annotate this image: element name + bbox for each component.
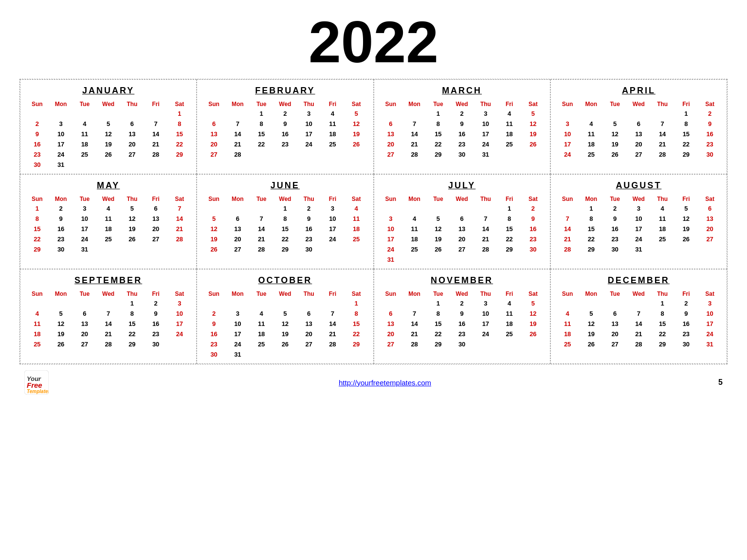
day-cell: 17 — [474, 129, 498, 139]
day-cell: 16 — [698, 129, 722, 139]
svg-text:Templates: Templates — [27, 389, 49, 394]
day-cell: 29 — [497, 244, 521, 254]
day-cell: 4 — [345, 203, 368, 214]
day-cell: 4 — [96, 203, 120, 214]
day-cell: 21 — [226, 139, 250, 149]
month-cell-october: OCTOBERSunMonTueWedThuFriSat123456789101… — [197, 269, 373, 364]
day-cell: 29 — [120, 339, 144, 349]
day-cell — [603, 298, 627, 308]
day-cell: 20 — [379, 329, 403, 339]
day-cell — [474, 203, 498, 214]
day-cell: 24 — [698, 329, 722, 339]
day-cell: 22 — [25, 234, 49, 244]
day-cell: 29 — [25, 244, 49, 254]
day-cell: 8 — [497, 214, 521, 224]
day-cell: 21 — [144, 139, 168, 149]
day-cell — [345, 244, 368, 254]
day-cell: 1 — [25, 203, 49, 214]
day-cell: 8 — [345, 308, 368, 319]
day-cell: 7 — [168, 203, 192, 214]
month-table: SunMonTueWedThuFriSat1234567891011121314… — [202, 100, 368, 160]
day-cell: 11 — [497, 308, 521, 319]
day-cell — [144, 108, 168, 119]
month-cell-june: JUNESunMonTueWedThuFriSat123456789101112… — [197, 174, 373, 269]
day-cell: 20 — [202, 139, 226, 149]
day-cell: 24 — [168, 329, 192, 339]
day-cell — [580, 298, 603, 308]
day-cell — [120, 160, 144, 170]
day-cell: 16 — [521, 224, 545, 234]
day-header-sun: Sun — [202, 195, 226, 203]
day-cell: 11 — [96, 214, 120, 224]
day-cell: 19 — [521, 129, 545, 139]
day-cell: 21 — [556, 234, 580, 244]
day-cell: 10 — [73, 214, 97, 224]
day-cell: 20 — [698, 224, 722, 234]
day-cell — [168, 244, 192, 254]
month-cell-january: JANUARYSunMonTueWedThuFriSat123456789101… — [20, 79, 197, 174]
day-header-sat: Sat — [698, 289, 722, 298]
day-cell — [603, 108, 627, 119]
day-cell: 29 — [168, 149, 192, 160]
day-cell — [521, 149, 545, 160]
day-cell: 17 — [168, 319, 192, 329]
day-cell: 14 — [627, 319, 651, 329]
day-cell: 7 — [226, 119, 250, 129]
day-cell: 24 — [474, 329, 498, 339]
day-cell: 20 — [226, 234, 250, 244]
day-cell: 10 — [474, 119, 498, 129]
day-cell: 12 — [120, 214, 144, 224]
month-table: SunMonTueWedThuFriSat1234567891011121314… — [25, 195, 191, 254]
day-cell: 3 — [321, 203, 345, 214]
day-cell: 30 — [450, 149, 474, 160]
page: 2022 JANUARYSunMonTueWedThuFriSat1234567… — [0, 0, 747, 560]
day-cell: 21 — [168, 224, 192, 234]
day-cell: 6 — [120, 119, 144, 129]
day-cell: 5 — [521, 298, 545, 308]
day-header-fri: Fri — [497, 289, 521, 298]
day-cell: 24 — [226, 339, 250, 349]
day-cell: 3 — [698, 298, 722, 308]
day-cell: 28 — [402, 149, 426, 160]
day-cell: 24 — [49, 149, 73, 160]
day-header-mon: Mon — [226, 289, 250, 298]
day-header-thu: Thu — [474, 100, 498, 108]
day-cell: 3 — [168, 298, 192, 308]
month-cell-february: FEBRUARYSunMonTueWedThuFriSat12345678910… — [197, 79, 373, 174]
day-header-fri: Fri — [674, 195, 698, 203]
day-cell: 11 — [580, 129, 603, 139]
month-table: SunMonTueWedThuFriSat1234567891011121314… — [556, 195, 722, 254]
day-cell: 12 — [521, 308, 545, 319]
day-cell: 12 — [202, 224, 226, 234]
day-cell: 8 — [426, 308, 450, 319]
day-cell — [402, 254, 426, 265]
day-cell: 2 — [25, 119, 49, 129]
day-cell: 4 — [25, 308, 49, 319]
day-cell: 25 — [651, 234, 674, 244]
day-cell: 11 — [25, 319, 49, 329]
day-header-sat: Sat — [521, 289, 545, 298]
day-cell: 5 — [674, 203, 698, 214]
day-header-sun: Sun — [556, 195, 580, 203]
day-cell: 30 — [25, 160, 49, 170]
day-cell: 21 — [474, 234, 498, 244]
logo-icon: Your Free Templates — [24, 370, 49, 395]
day-cell: 15 — [426, 129, 450, 139]
day-header-tue: Tue — [250, 195, 273, 203]
footer-url[interactable]: http://yourfreetemplates.com — [339, 379, 431, 387]
day-cell — [96, 108, 120, 119]
day-cell: 1 — [120, 298, 144, 308]
day-cell: 23 — [698, 139, 722, 149]
day-cell: 9 — [450, 119, 474, 129]
day-cell: 9 — [25, 129, 49, 139]
day-cell: 13 — [627, 129, 651, 139]
day-cell: 12 — [674, 214, 698, 224]
day-header-mon: Mon — [580, 289, 603, 298]
day-cell: 4 — [250, 308, 273, 319]
day-header-tue: Tue — [426, 195, 450, 203]
day-cell: 27 — [226, 244, 250, 254]
day-cell: 6 — [627, 119, 651, 129]
day-cell: 7 — [651, 119, 674, 129]
day-cell: 26 — [96, 149, 120, 160]
day-cell: 22 — [580, 234, 603, 244]
